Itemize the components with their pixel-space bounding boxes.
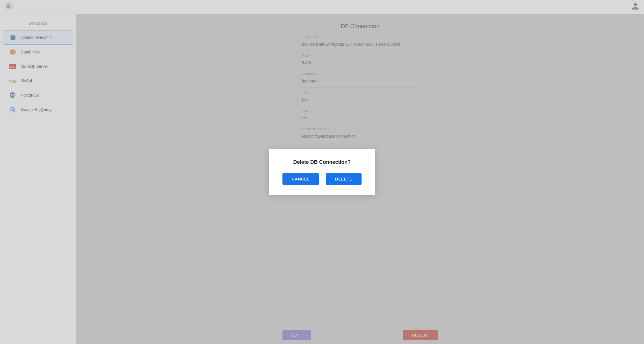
modal-overlay: Delete DB Connection? CANCEL DELETE — [0, 0, 644, 344]
modal-cancel-button[interactable]: CANCEL — [282, 173, 319, 185]
modal-delete-button[interactable]: DELETE — [326, 173, 362, 185]
modal-buttons: CANCEL DELETE — [282, 173, 362, 185]
modal-box: Delete DB Connection? CANCEL DELETE — [269, 149, 375, 195]
modal-title: Delete DB Connection? — [293, 159, 351, 165]
